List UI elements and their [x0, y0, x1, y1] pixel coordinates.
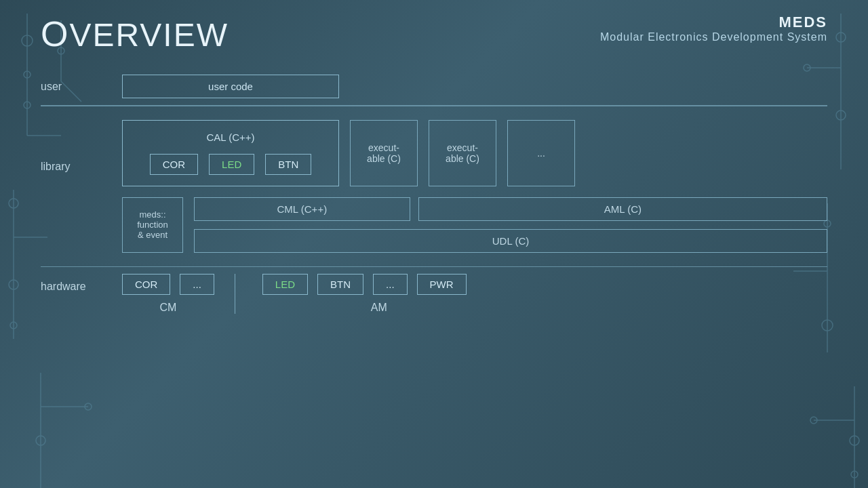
exec-box-3: ...	[507, 120, 575, 186]
udl-box: UDL (C)	[194, 229, 827, 253]
cml-aml-row: CML (C++) AML (C)	[194, 197, 827, 221]
user-row: user user code	[41, 75, 827, 98]
meds-box: meds::function& event	[122, 197, 183, 253]
hw-btn-box: BTN	[317, 274, 363, 295]
cm-label: CM	[159, 302, 176, 314]
svg-point-28	[850, 436, 859, 445]
hw-cor-box: COR	[122, 274, 170, 295]
exec-box-1: execut-able (C)	[350, 120, 418, 186]
library-content: CAL (C++) COR LED BTN execut-able (C) ex…	[122, 120, 827, 253]
brand-subtitle: Modular Electronics Development System	[600, 31, 827, 43]
svg-point-30	[851, 471, 858, 478]
cal-module-led: LED	[209, 154, 254, 175]
svg-point-13	[85, 403, 92, 410]
library-label: library	[41, 120, 122, 173]
library-section: library CAL (C++) COR LED BTN execut-abl…	[41, 120, 827, 253]
aml-box: AML (C)	[418, 197, 827, 221]
user-label: user	[41, 81, 122, 93]
bottom-right: CML (C++) AML (C) UDL (C)	[194, 197, 827, 253]
user-code-box: user code	[122, 75, 339, 98]
hardware-content: COR ... CM LED BTN ... PWR AM	[122, 274, 827, 314]
library-bottom: meds::function& event CML (C++) AML (C) …	[122, 197, 827, 253]
hardware-divider	[41, 266, 827, 268]
cal-module-btn: BTN	[265, 154, 311, 175]
brand: MEDS Modular Electronics Development Sys…	[600, 14, 827, 43]
hardware-label: hardware	[41, 274, 122, 293]
user-divider	[41, 105, 827, 106]
hw-led-box: LED	[262, 274, 308, 295]
hw-am-dots-box: ...	[373, 274, 408, 295]
library-top: CAL (C++) COR LED BTN execut-able (C) ex…	[122, 120, 827, 186]
cal-modules: COR LED BTN	[136, 154, 325, 175]
svg-point-29	[810, 417, 817, 424]
cal-module-cor: COR	[150, 154, 198, 175]
cm-column: COR ... CM	[122, 274, 235, 314]
page-title: OVERVIEW	[41, 14, 229, 54]
am-modules: LED BTN ... PWR	[262, 274, 467, 295]
svg-point-12	[36, 436, 45, 445]
hw-pwr-box: PWR	[417, 274, 467, 295]
am-label: AM	[262, 302, 387, 314]
header: OVERVIEW MEDS Modular Electronics Develo…	[41, 14, 827, 54]
hardware-section: hardware COR ... CM LED BTN ... PWR AM	[41, 274, 827, 314]
hw-cm-dots-box: ...	[180, 274, 214, 295]
cal-title: CAL (C++)	[136, 131, 325, 143]
cal-box: CAL (C++) COR LED BTN	[122, 120, 339, 186]
cm-modules: COR ...	[122, 274, 214, 295]
am-column: LED BTN ... PWR AM	[249, 274, 467, 314]
cml-box: CML (C++)	[194, 197, 410, 221]
brand-name: MEDS	[600, 14, 827, 31]
exec-box-2: execut-able (C)	[429, 120, 496, 186]
